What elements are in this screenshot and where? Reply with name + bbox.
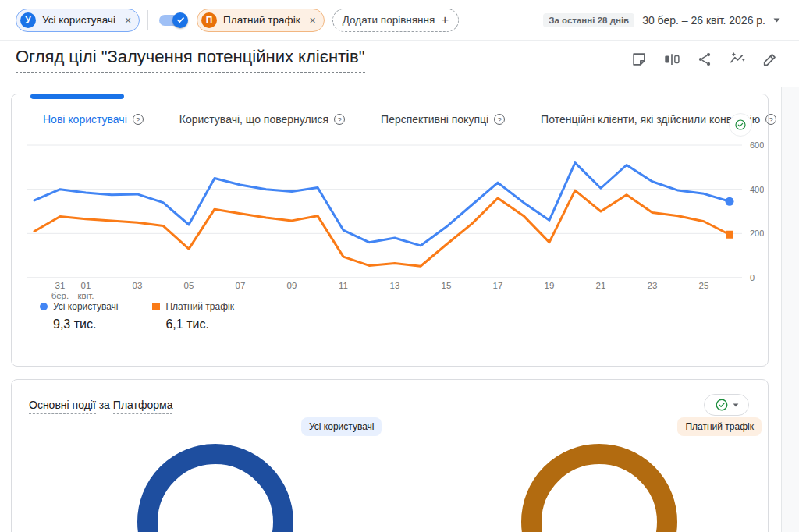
divider	[147, 10, 148, 30]
line-chart: 020040060031бер.01квіт.03050709111315171…	[23, 139, 764, 307]
svg-text:600: 600	[750, 140, 764, 150]
segment-chip-paid-traffic: Платний трафік	[677, 417, 762, 436]
page-title[interactable]: Огляд цілі "Залучення потенційних клієнт…	[16, 47, 365, 73]
svg-text:0: 0	[750, 273, 755, 282]
share-icon[interactable]	[696, 50, 715, 69]
edit-icon[interactable]	[762, 50, 780, 69]
svg-text:05: 05	[184, 281, 194, 290]
donut-chart-all-users	[137, 444, 293, 532]
legend-item-1: Платний трафік6,1 тис.	[152, 301, 234, 332]
chevron-down-icon	[773, 18, 780, 23]
svg-text:15: 15	[442, 281, 452, 290]
square-marker-icon	[152, 303, 160, 310]
svg-text:квіт.: квіт.	[78, 291, 94, 300]
events-card-title: Основні події за Платформа	[29, 399, 172, 411]
close-icon[interactable]: ×	[125, 15, 131, 26]
svg-text:09: 09	[287, 281, 297, 290]
events-title-connector: за	[99, 399, 113, 411]
chip-avatar: П	[201, 12, 217, 28]
circle-marker-icon	[40, 303, 48, 310]
metrics-card: Нові користувачі?Користувачі, що поверну…	[11, 94, 769, 367]
legend-total: 6,1 тис.	[165, 317, 234, 332]
events-status-dropdown[interactable]	[704, 394, 749, 416]
report-header: Огляд цілі "Залучення потенційних клієнт…	[16, 47, 780, 73]
tab-label: Перспективні покупці	[381, 113, 488, 126]
legend-label: Усі користувачі	[53, 301, 118, 312]
insights-icon[interactable]	[729, 50, 748, 69]
help-icon[interactable]: ?	[334, 114, 345, 125]
tab-label: Нові користувачі	[43, 113, 127, 126]
note-icon[interactable]	[630, 50, 649, 69]
comparison-chip-all-users[interactable]: УУсі користувачі×	[16, 9, 140, 32]
svg-text:400: 400	[750, 185, 764, 194]
svg-text:11: 11	[339, 281, 348, 290]
comparison-bar: УУсі користувачі× ППлатний трафік× Додат…	[0, 0, 799, 41]
svg-text:31: 31	[55, 281, 66, 290]
comparison-chips: УУсі користувачі× ППлатний трафік× Додат…	[0, 9, 459, 32]
date-range-text: 30 бер. – 26 квіт. 2026 р.	[642, 14, 765, 27]
date-range-picker[interactable]: За останні 28 днів 30 бер. – 26 квіт. 20…	[543, 13, 799, 27]
chart-legend: Усі користувачі9,3 тис.Платний трафік6,1…	[40, 301, 234, 332]
metric-tabs: Нові користувачі?Користувачі, що поверну…	[12, 94, 768, 126]
chevron-down-icon	[733, 403, 739, 407]
svg-text:01: 01	[81, 281, 91, 290]
legend-item-0: Усі користувачі9,3 тис.	[40, 301, 118, 332]
green-check-icon	[734, 117, 747, 133]
svg-text:25: 25	[699, 281, 709, 290]
svg-text:21: 21	[596, 281, 606, 290]
legend-label: Платний трафік	[165, 301, 234, 312]
data-quality-button[interactable]	[729, 113, 752, 137]
donut-chart-paid-traffic	[521, 444, 677, 532]
comparison-chip-paid-traffic[interactable]: ППлатний трафік×	[197, 9, 325, 32]
tab-metric-0[interactable]: Нові користувачі?	[43, 113, 144, 126]
svg-text:23: 23	[648, 281, 658, 290]
add-comparison-button[interactable]: Додати порівняння +	[332, 9, 460, 32]
help-icon[interactable]: ?	[133, 114, 144, 125]
svg-text:13: 13	[390, 281, 400, 290]
scroll-gutter	[781, 87, 799, 532]
chip-label: Платний трафік	[223, 14, 300, 26]
tab-metric-2[interactable]: Перспективні покупці?	[381, 113, 505, 126]
events-metric-selector[interactable]: Основні події	[29, 399, 96, 414]
help-icon[interactable]: ?	[765, 114, 776, 125]
tab-label: Користувачі, що повернулися	[179, 113, 328, 126]
events-dimension-selector[interactable]: Платформа	[113, 399, 173, 414]
date-range-badge: За останні 28 днів	[543, 13, 634, 27]
svg-text:бер.: бер.	[51, 291, 69, 300]
svg-text:07: 07	[236, 281, 246, 290]
svg-text:03: 03	[133, 281, 143, 290]
check-icon	[176, 16, 185, 24]
active-tab-indicator	[30, 94, 124, 99]
add-comparison-label: Додати порівняння	[343, 14, 435, 26]
legend-total: 9,3 тис.	[53, 317, 118, 332]
report-actions	[630, 50, 780, 69]
segment-chip-all-users: Усі користувачі	[301, 417, 382, 436]
chip-label: Усі користувачі	[42, 14, 115, 26]
chip-avatar: У	[20, 12, 36, 28]
key-events-card: Основні події за Платформа Усі користува…	[11, 379, 769, 532]
svg-text:17: 17	[493, 281, 503, 290]
toggle-thumb[interactable]	[172, 12, 188, 28]
svg-text:200: 200	[750, 229, 764, 238]
tab-label: Потенційні клієнти, які здійснили конвер…	[541, 113, 760, 126]
tab-metric-1[interactable]: Користувачі, що повернулися?	[179, 113, 345, 126]
plus-icon: +	[441, 13, 449, 27]
close-icon[interactable]: ×	[310, 15, 316, 26]
analytics-goal-overview-page: УУсі користувачі× ППлатний трафік× Додат…	[0, 0, 799, 532]
green-check-icon	[715, 398, 729, 412]
svg-text:19: 19	[545, 281, 555, 290]
comparison-toggle[interactable]	[159, 15, 186, 26]
help-icon[interactable]: ?	[494, 114, 505, 125]
comparison-icon[interactable]	[663, 50, 682, 69]
